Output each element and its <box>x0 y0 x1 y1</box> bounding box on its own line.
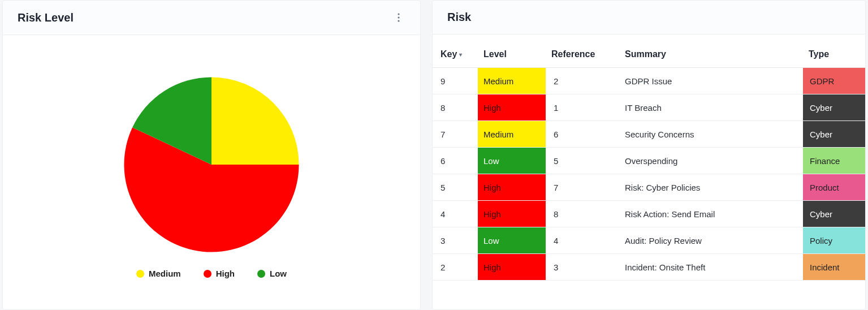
card-title: Risk Level <box>18 11 74 24</box>
cell-level: High <box>478 201 546 227</box>
risk-table: Key ▾ Level Reference Summary Type 9Medi… <box>433 42 865 281</box>
level-badge: Low <box>478 148 546 174</box>
legend-label: Low <box>270 269 287 278</box>
chart-legend: MediumHighLow <box>136 269 287 278</box>
col-header-summary[interactable]: Summary <box>619 42 803 68</box>
sort-desc-icon: ▾ <box>459 51 462 58</box>
risk-level-card: Risk Level MediumHighLow <box>2 0 421 310</box>
level-badge: Low <box>478 227 546 253</box>
cell-summary: Risk: Cyber Policies <box>619 174 803 201</box>
cell-type: Finance <box>803 148 865 174</box>
cell-reference: 2 <box>546 68 619 94</box>
cell-key: 8 <box>433 94 478 121</box>
cell-reference: 3 <box>546 254 619 281</box>
svg-point-0 <box>398 13 399 15</box>
cell-type: Cyber <box>803 121 865 148</box>
cell-level: High <box>478 254 546 281</box>
type-badge: Product <box>803 174 865 200</box>
chart-body: MediumHighLow <box>3 35 420 309</box>
cell-type: Cyber <box>803 201 865 227</box>
cell-summary: IT Breach <box>619 94 803 121</box>
type-badge: Cyber <box>803 121 865 147</box>
table-row[interactable]: 9Medium2GDPR IssueGDPR <box>433 68 865 94</box>
card-header: Risk <box>433 1 865 35</box>
type-badge: Finance <box>803 148 865 174</box>
table-row[interactable]: 8High1IT BreachCyber <box>433 94 865 121</box>
cell-reference: 5 <box>546 148 619 174</box>
cell-key: 4 <box>433 201 478 227</box>
cell-level: Low <box>478 227 546 254</box>
card-title: Risk <box>447 11 471 24</box>
legend-swatch-icon <box>204 270 211 278</box>
table-row[interactable]: 7Medium6Security ConcernsCyber <box>433 121 865 148</box>
cell-key: 2 <box>433 254 478 281</box>
cell-summary: Overspending <box>619 148 803 174</box>
table-header-row: Key ▾ Level Reference Summary Type <box>433 42 865 68</box>
level-badge: High <box>478 201 546 227</box>
pie-slice-medium[interactable] <box>211 77 299 165</box>
cell-level: High <box>478 174 546 201</box>
table-row[interactable]: 5High7Risk: Cyber PoliciesProduct <box>433 174 865 201</box>
legend-item-high[interactable]: High <box>204 269 235 278</box>
level-badge: High <box>478 174 546 200</box>
table-row[interactable]: 4High8Risk Action: Send EmailCyber <box>433 201 865 227</box>
cell-key: 5 <box>433 174 478 201</box>
cell-reference: 1 <box>546 94 619 121</box>
legend-swatch-icon <box>136 270 144 278</box>
col-header-reference[interactable]: Reference <box>546 42 619 68</box>
cell-reference: 4 <box>546 227 619 254</box>
cell-type: Incident <box>803 254 865 281</box>
cell-type: Policy <box>803 227 865 254</box>
col-header-key[interactable]: Key ▾ <box>433 42 478 68</box>
table-row[interactable]: 6Low5OverspendingFinance <box>433 148 865 174</box>
cell-summary: Incident: Onsite Theft <box>619 254 803 281</box>
table-row[interactable]: 3Low4Audit: Policy ReviewPolicy <box>433 227 865 254</box>
type-badge: Policy <box>803 227 865 253</box>
legend-label: High <box>216 269 235 278</box>
cell-level: Medium <box>478 68 546 94</box>
table-row[interactable]: 2High3Incident: Onsite TheftIncident <box>433 254 865 281</box>
cell-key: 7 <box>433 121 478 148</box>
card-header: Risk Level <box>3 1 420 35</box>
cell-key: 9 <box>433 68 478 94</box>
cell-summary: Audit: Policy Review <box>619 227 803 254</box>
cell-level: Medium <box>478 121 546 148</box>
cell-key: 6 <box>433 148 478 174</box>
svg-point-1 <box>398 16 399 18</box>
legend-swatch-icon <box>257 270 265 278</box>
cell-key: 3 <box>433 227 478 254</box>
risk-table-card: Risk Key ▾ Level Reference Summary <box>432 0 866 310</box>
level-badge: Medium <box>478 68 546 94</box>
legend-label: Medium <box>149 269 181 278</box>
svg-point-2 <box>398 20 399 21</box>
cell-level: Low <box>478 148 546 174</box>
type-badge: Cyber <box>803 94 865 120</box>
cell-type: GDPR <box>803 68 865 94</box>
cell-reference: 8 <box>546 201 619 227</box>
type-badge: Cyber <box>803 201 865 227</box>
cell-summary: Risk Action: Send Email <box>619 201 803 227</box>
legend-item-low[interactable]: Low <box>257 269 287 278</box>
cell-summary: GDPR Issue <box>619 68 803 94</box>
risk-level-pie-chart <box>115 68 308 261</box>
cell-summary: Security Concerns <box>619 121 803 148</box>
legend-item-medium[interactable]: Medium <box>136 269 181 278</box>
type-badge: Incident <box>803 254 865 280</box>
cell-reference: 7 <box>546 174 619 201</box>
col-header-key-label: Key <box>441 49 457 59</box>
cell-type: Product <box>803 174 865 201</box>
cell-level: High <box>478 94 546 121</box>
level-badge: Medium <box>478 121 546 147</box>
col-header-type[interactable]: Type <box>803 42 865 68</box>
level-badge: High <box>478 94 546 120</box>
cell-type: Cyber <box>803 94 865 121</box>
level-badge: High <box>478 254 546 280</box>
cell-reference: 6 <box>546 121 619 148</box>
risk-table-wrap: Key ▾ Level Reference Summary Type 9Medi… <box>433 35 865 309</box>
type-badge: GDPR <box>803 68 865 94</box>
col-header-level[interactable]: Level <box>478 42 546 68</box>
kebab-menu-icon[interactable] <box>392 11 405 24</box>
